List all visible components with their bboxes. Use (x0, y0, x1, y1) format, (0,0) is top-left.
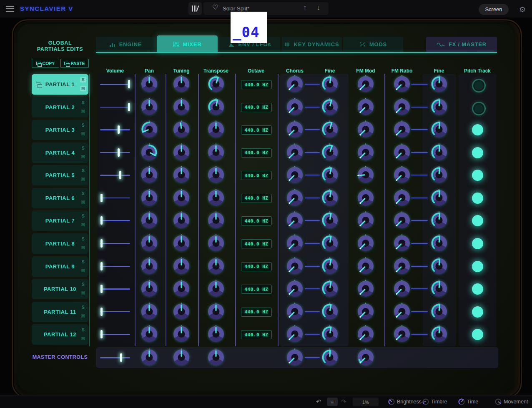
transpose-knob-row9[interactable] (207, 257, 225, 275)
volume-slider-row9[interactable] (100, 261, 130, 271)
fine-knob-row12[interactable] (321, 325, 339, 343)
pan-knob-row7[interactable] (140, 211, 158, 230)
pitch-track-toggle-row6[interactable] (472, 193, 483, 204)
transpose-knob-row6[interactable] (207, 189, 225, 207)
fm-mod-knob-row9[interactable] (356, 257, 375, 275)
fm-fine-knob-row3[interactable] (430, 120, 448, 139)
sidebar-item-partial-10[interactable]: PARTIAL 10SM (32, 279, 88, 299)
fine-knob-row4[interactable] (321, 143, 339, 162)
chorus-knob-row4[interactable] (286, 143, 304, 162)
volume-slider-row5-handle[interactable] (119, 171, 121, 179)
tuning-knob-row9[interactable] (172, 257, 191, 275)
mute-button[interactable]: M (80, 245, 86, 250)
octave-display-row4[interactable]: 440.0 HZ (241, 148, 272, 158)
tuning-knob-row12[interactable] (172, 325, 191, 343)
chorus-knob-row9[interactable] (286, 257, 304, 275)
sidebar-item-partial-1[interactable]: PARTIAL 1SM (32, 74, 88, 95)
octave-display-row11[interactable]: 440.0 HZ (241, 308, 272, 317)
volume-slider-row3[interactable] (100, 125, 130, 135)
mute-button[interactable]: M (80, 109, 86, 114)
pan-knob-row6[interactable] (140, 189, 158, 207)
tuning-knob-row7[interactable] (172, 211, 191, 230)
transpose-knob-row8[interactable] (207, 234, 225, 253)
solo-button[interactable]: S (80, 123, 86, 128)
fm-ratio-knob-row8[interactable] (393, 234, 411, 253)
hamburger-menu-icon[interactable] (6, 6, 14, 12)
fm-fine-knob-row2[interactable] (430, 98, 448, 116)
tab-mixer[interactable]: MIXER (157, 35, 218, 53)
tuning-knob-row10[interactable] (172, 280, 191, 298)
tab-fx-master[interactable]: FX / MASTER (426, 37, 497, 52)
fine-knob-row7[interactable] (321, 211, 339, 230)
volume-slider-row3-handle[interactable] (118, 125, 120, 134)
sidebar-item-partial-12[interactable]: PARTIAL 12SM (32, 324, 88, 345)
macro-knob-brightness[interactable] (388, 398, 395, 405)
solo-button[interactable]: S (80, 236, 86, 242)
mute-button[interactable]: M (80, 268, 86, 273)
master-fine-knob[interactable] (321, 348, 339, 367)
master-fm-mod-knob[interactable] (356, 348, 375, 367)
tab-engine[interactable]: ENGINE (96, 37, 155, 52)
fm-ratio-knob-row11[interactable] (393, 303, 411, 321)
sidebar-item-partial-11[interactable]: PARTIAL 11SM (32, 302, 88, 322)
master-pan-knob[interactable] (140, 348, 158, 367)
chorus-knob-row10[interactable] (286, 280, 304, 298)
mute-button[interactable]: M (80, 177, 86, 182)
macro-knob-timbre[interactable] (422, 398, 429, 405)
volume-slider-row6-handle[interactable] (100, 194, 103, 202)
tuning-knob-row11[interactable] (172, 303, 191, 321)
favorite-heart-icon[interactable]: ♡ (212, 4, 218, 11)
pan-knob-row12[interactable] (140, 325, 158, 343)
sidebar-item-partial-3[interactable]: PARTIAL 3SM (32, 120, 88, 140)
tuning-knob-row2[interactable] (172, 98, 191, 116)
sidebar-item-partial-6[interactable]: PARTIAL 6SM (32, 188, 88, 208)
sidebar-item-partial-9[interactable]: PARTIAL 9SM (32, 256, 88, 277)
pan-knob-row10[interactable] (140, 280, 158, 298)
fm-fine-knob-row10[interactable] (430, 280, 448, 298)
volume-slider-row12[interactable] (100, 329, 130, 339)
fm-mod-knob-row6[interactable] (356, 189, 375, 207)
pitch-track-toggle-row11[interactable] (472, 306, 483, 318)
fm-fine-knob-row6[interactable] (430, 189, 448, 207)
fm-mod-knob-row5[interactable] (356, 166, 375, 184)
volume-slider-row2[interactable] (100, 102, 130, 112)
library-button[interactable] (188, 2, 202, 15)
fm-mod-knob-row11[interactable] (356, 303, 375, 321)
solo-button[interactable]: S (80, 145, 86, 151)
fm-fine-knob-row8[interactable] (430, 234, 448, 253)
fine-knob-row6[interactable] (321, 189, 339, 207)
fm-mod-knob-row12[interactable] (356, 325, 375, 343)
macro-knob-time[interactable] (458, 398, 465, 405)
chorus-knob-row5[interactable] (286, 166, 304, 184)
octave-display-row2[interactable]: 440.0 HZ (241, 103, 272, 112)
tab-mods[interactable]: MODS (343, 37, 403, 52)
fine-knob-row8[interactable] (321, 234, 339, 253)
tab-key-dynamics[interactable]: KEY DYNAMICS (282, 37, 342, 52)
volume-slider-row11[interactable] (100, 307, 130, 317)
volume-slider-row2-handle[interactable] (128, 103, 130, 111)
octave-display-row6[interactable]: 440.0 HZ (241, 194, 272, 203)
fm-mod-knob-row10[interactable] (356, 280, 375, 298)
sidebar-item-partial-8[interactable]: PARTIAL 8SM (32, 233, 88, 254)
fm-fine-knob-row12[interactable] (430, 325, 448, 343)
octave-display-row8[interactable]: 440.0 HZ (241, 239, 272, 248)
transpose-knob-row4[interactable] (207, 143, 225, 162)
sidebar-item-partial-2[interactable]: PARTIAL 2SM (32, 97, 88, 118)
tuning-knob-row1[interactable] (172, 75, 191, 93)
chorus-knob-row1[interactable] (286, 75, 304, 93)
master-chorus-knob[interactable] (286, 348, 304, 367)
volume-slider-row4[interactable] (100, 148, 130, 158)
pitch-track-toggle-row8[interactable] (472, 238, 483, 249)
macro-knob-movement[interactable] (494, 398, 502, 405)
volume-slider-row5[interactable] (100, 170, 130, 180)
volume-slider-row9-handle[interactable] (100, 262, 103, 270)
volume-slider-row6[interactable] (100, 193, 130, 203)
pitch-track-toggle-row4[interactable] (472, 147, 483, 158)
fm-ratio-knob-row1[interactable] (393, 75, 411, 93)
fm-mod-knob-row7[interactable] (356, 211, 375, 230)
preset-prev-icon[interactable]: ↑ (303, 4, 307, 12)
tuning-knob-row4[interactable] (172, 143, 191, 162)
solo-button[interactable]: S (80, 327, 86, 333)
pan-knob-row11[interactable] (140, 303, 158, 321)
history-list-icon[interactable]: ≡ (327, 398, 338, 406)
